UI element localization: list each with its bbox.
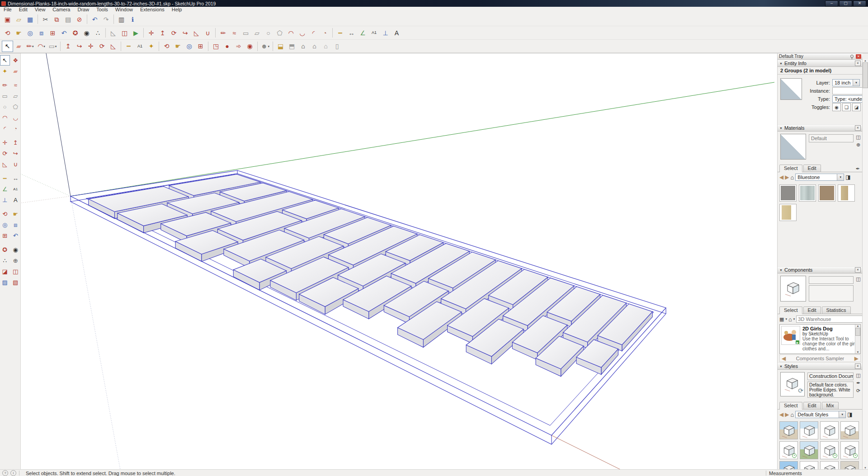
select-icon[interactable]: ↖ — [0, 55, 10, 66]
make-component-icon[interactable]: ◳ — [210, 41, 222, 52]
styles-tab-select[interactable]: Select — [779, 402, 802, 410]
in-model-icon[interactable]: ◨ — [847, 411, 852, 418]
materials-header[interactable]: ▼ Materials ✕ — [778, 124, 863, 132]
in-model-icon[interactable]: ◨ — [845, 174, 850, 180]
scale-icon[interactable]: ◺ — [0, 159, 10, 170]
component-desc-field[interactable] — [809, 285, 854, 302]
home-icon[interactable]: ⌂ — [790, 174, 794, 181]
download-models-icon[interactable]: ⌂ — [320, 41, 331, 52]
refresh-style-icon[interactable]: ⟳ — [855, 387, 862, 394]
two-point-arc-icon[interactable]: ◡ — [11, 113, 21, 123]
paint-bucket-icon[interactable]: ✦ — [0, 66, 10, 76]
components-header[interactable]: ▼ Components ✕ — [778, 266, 863, 273]
back-arrow-icon[interactable]: ◀ — [779, 174, 783, 180]
zoom-window-icon[interactable]: ⧈ — [11, 220, 21, 230]
materials-close-icon[interactable]: ✕ — [855, 125, 861, 131]
instance-input[interactable] — [832, 87, 863, 94]
section-cuts-icon[interactable]: ◫ — [11, 266, 21, 277]
sample-paint-icon[interactable]: ✒ — [856, 166, 860, 172]
move-icon[interactable]: ✛ — [85, 41, 96, 52]
style-thumbnail-4[interactable] — [840, 421, 859, 439]
menu-extensions[interactable]: Extensions — [137, 7, 168, 13]
pin-icon[interactable] — [850, 55, 854, 58]
collapse-icon[interactable]: ▼ — [779, 127, 783, 130]
rectangle-icon[interactable]: ▭▾ — [47, 41, 58, 52]
cut-icon[interactable]: ✂ — [40, 14, 51, 25]
paste-icon[interactable]: ▤ — [62, 14, 74, 25]
push-pull-icon[interactable]: ↥ — [62, 41, 74, 52]
axes-icon[interactable]: ⊥ — [380, 27, 391, 38]
receive-shadows-icon[interactable]: ◪ — [852, 103, 861, 111]
menu-camera[interactable]: Camera — [49, 7, 74, 13]
new-icon[interactable]: ▣ — [2, 14, 13, 25]
component-list-item[interactable]: 3D Printer Build Volumeby SketchUp C... — [780, 352, 860, 354]
rotated-rectangle-icon[interactable]: ▱ — [251, 27, 263, 38]
follow-me-icon[interactable]: ↪ — [179, 27, 191, 38]
layer-dropdown[interactable]: 18 inch ▾ — [832, 79, 860, 86]
pan-icon[interactable]: ☛ — [13, 27, 24, 38]
style-thumbnail-5[interactable]: + — [779, 441, 798, 459]
collapse-icon[interactable]: ▼ — [779, 62, 783, 65]
model-canvas[interactable] — [21, 53, 777, 469]
circle-icon[interactable]: ○ — [0, 102, 10, 112]
zoom-icon[interactable]: ◎ — [184, 41, 195, 52]
line-icon[interactable]: ✏ — [0, 80, 10, 90]
materials-tab-edit[interactable]: Edit — [803, 165, 821, 172]
arc-icon[interactable]: ◠ — [0, 113, 10, 123]
protractor-icon[interactable]: ∠ — [357, 27, 368, 38]
credits-info-icon[interactable]: i — [10, 470, 16, 476]
material-name-field[interactable]: Default — [809, 134, 854, 142]
prev-collection-icon[interactable]: ◀ — [782, 355, 786, 362]
menu-file[interactable]: File — [0, 7, 15, 13]
tray-close-icon[interactable]: ✕ — [856, 54, 861, 59]
chevron-down-icon[interactable]: ▾ — [853, 80, 859, 86]
scroll-down-icon[interactable]: ▼ — [857, 351, 859, 353]
display-pane-icon[interactable]: ◫ — [855, 134, 862, 140]
collapse-icon[interactable]: ▼ — [779, 365, 783, 368]
chevron-down-icon[interactable]: ▾ — [839, 411, 845, 418]
push-pull-icon[interactable]: ↥ — [11, 137, 21, 148]
zoom-icon[interactable]: ◎ — [24, 27, 36, 38]
look-around-icon[interactable]: ◉ — [11, 245, 21, 255]
materials-tab-select[interactable]: Select — [779, 165, 802, 172]
rectangle-icon[interactable]: ▭ — [0, 91, 10, 101]
polygon-icon[interactable]: ⬠ — [274, 27, 285, 38]
material-swatch-stone-white-tan[interactable] — [838, 184, 855, 202]
home-icon[interactable]: ⌂ — [790, 411, 794, 418]
scroll-thumb[interactable] — [855, 328, 860, 336]
next-collection-icon[interactable]: ▶ — [854, 355, 859, 362]
style-thumbnail-3[interactable] — [820, 421, 839, 439]
scale-icon[interactable]: ◺ — [191, 27, 202, 38]
zoom-extents-icon[interactable]: ⊞ — [47, 27, 58, 38]
style-thumbnail-12[interactable] — [840, 461, 859, 469]
section-cuts-icon[interactable]: ◫ — [119, 27, 130, 38]
freehand-icon[interactable]: ≈ — [11, 80, 21, 90]
styles-collection-dropdown[interactable]: Default Styles ▾ — [795, 411, 846, 418]
geo-model-icon[interactable]: ● — [222, 41, 233, 52]
visibility-eye-icon[interactable]: ◉ — [832, 103, 841, 111]
dimension-icon[interactable]: ↔ — [346, 27, 357, 38]
zoom-extents-icon[interactable]: ⊞ — [0, 231, 10, 241]
3d-warehouse-icon[interactable]: ⬓ — [275, 41, 286, 52]
list-scrollbar[interactable]: ▲▼ — [855, 325, 860, 353]
style-thumbnail-7[interactable]: + — [820, 441, 839, 459]
styles-tab-edit[interactable]: Edit — [803, 402, 821, 409]
section-outline-icon[interactable]: ▧ — [11, 277, 21, 287]
material-preview[interactable] — [780, 134, 806, 160]
restore-button[interactable]: ▢ — [839, 0, 852, 7]
pan-icon[interactable]: ☛ — [11, 209, 21, 219]
scroll-up-icon[interactable]: ▲ — [857, 325, 859, 327]
model-info-icon[interactable]: ℹ — [127, 14, 138, 25]
menu-edit[interactable]: Edit — [15, 7, 31, 13]
chevron-down-icon[interactable]: ▾ — [55, 45, 57, 48]
export-doc-icon[interactable]: ➾ — [233, 41, 244, 52]
components-tab-statistics[interactable]: Statistics — [822, 306, 851, 314]
three-point-arc-icon[interactable]: ◜ — [0, 123, 10, 134]
menu-view[interactable]: View — [31, 7, 49, 13]
text-icon[interactable]: A1 — [368, 27, 380, 38]
look-around-icon[interactable]: ◉ — [81, 27, 92, 38]
geo-pin-icon[interactable]: ◉ — [244, 41, 255, 52]
pan-icon[interactable]: ☛ — [172, 41, 184, 52]
protractor-icon[interactable]: ∠ — [0, 184, 10, 194]
style-thumbnail-6[interactable] — [800, 441, 818, 459]
